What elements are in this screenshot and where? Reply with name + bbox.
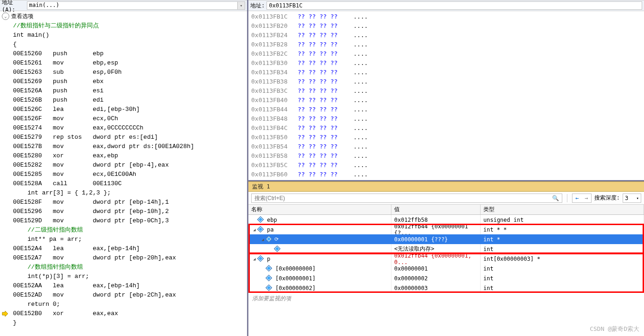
expander-icon[interactable] (260, 266, 266, 271)
disasm-line[interactable]: int(*p)[3] = arr; (13, 272, 245, 281)
watch-cell-name[interactable]: ◢⟳ (248, 234, 391, 244)
memory-row[interactable]: 0x0113FB24?? ?? ?? ??.... (251, 31, 641, 40)
disasm-line[interactable]: 00E15274 mov eax,0CCCCCCCCh (13, 123, 245, 133)
watch-cell-type[interactable]: int[0x00000003] * (481, 254, 644, 264)
disasm-line[interactable]: 00E15263 sub esp,0F0h (13, 68, 245, 77)
disasm-line[interactable]: } (13, 318, 245, 328)
watch-cell-type[interactable]: int * (481, 234, 644, 244)
chevron-down-icon[interactable]: ▾ (238, 1, 245, 10)
col-header-value[interactable]: 值 (391, 205, 481, 214)
watch-cell-name[interactable]: [0x00000001] (248, 273, 391, 283)
memory-row[interactable]: 0x0113FB3C?? ?? ?? ??.... (251, 86, 641, 96)
disasm-address-value[interactable]: main(...) (27, 1, 238, 10)
disasm-line[interactable]: 00E15269 push ebx (13, 77, 245, 86)
view-options-toggle[interactable]: ⌄ (2, 13, 9, 20)
watch-cell-type[interactable]: int (481, 273, 644, 283)
col-header-name[interactable]: 名称 (248, 205, 391, 214)
watch-cell-name[interactable]: ◢pa (248, 225, 391, 234)
memory-row[interactable]: 0x0113FB5C?? ?? ?? ??.... (251, 161, 641, 170)
view-options-label[interactable]: 查看选项 (11, 13, 33, 20)
expander-icon[interactable]: ◢ (251, 227, 258, 233)
watch-cell-type[interactable]: int (481, 283, 644, 293)
disasm-line[interactable]: 00E15296 mov dword ptr [ebp-10h],2 (13, 207, 245, 216)
disasm-line[interactable]: //数组指针指向数组 (13, 263, 245, 272)
disasm-line[interactable]: int main() (13, 31, 245, 40)
memory-row[interactable]: 0x0113FB50?? ?? ?? ??.... (251, 133, 641, 142)
col-header-type[interactable]: 类型 (481, 205, 644, 214)
expander-icon[interactable] (260, 285, 266, 291)
watch-cell-name[interactable] (248, 244, 391, 254)
disasm-line[interactable]: 00E1529D mov dword ptr [ebp-0Ch],3 (13, 216, 245, 226)
watch-cell-name[interactable]: [0x00000002] (248, 283, 391, 293)
watch-cell-value[interactable]: 0x00000001 (391, 264, 481, 273)
search-next-button[interactable]: → (582, 194, 591, 202)
expander-icon[interactable]: ◢ (251, 256, 258, 262)
watch-row[interactable]: [0x00000000]0x00000001int (248, 264, 644, 273)
watch-row[interactable]: [0x00000002]0x00000003int (248, 283, 644, 293)
watch-search-input[interactable] (254, 194, 552, 202)
disasm-line[interactable]: 00E1526C lea edi,[ebp-30h] (13, 105, 245, 114)
expander-icon[interactable] (268, 246, 274, 252)
memory-row[interactable]: 0x0113FB60?? ?? ?? ??.... (251, 170, 641, 179)
disasm-line[interactable]: 00E1526F mov ecx,0Ch (13, 114, 245, 123)
watch-cell-value[interactable]: 0x00000003 (391, 283, 481, 293)
search-prev-button[interactable]: ← (572, 194, 582, 202)
memory-row[interactable]: 0x0113FB58?? ?? ?? ??.... (251, 151, 641, 161)
memory-row[interactable]: 0x0113FB40?? ?? ?? ??.... (251, 96, 641, 105)
disasm-line[interactable]: 00E15261 mov ebp,esp (13, 58, 245, 68)
disasm-line[interactable]: 00E152A7 mov dword ptr [ebp-20h],eax (13, 253, 245, 263)
disasm-line[interactable]: int arr[3] = { 1,2,3 }; (13, 188, 245, 198)
search-depth-select[interactable]: 3 ▾ (623, 194, 641, 203)
watch-row[interactable]: [0x00000001]0x00000002int (248, 273, 644, 283)
disasm-line[interactable]: { (13, 40, 245, 49)
expander-icon[interactable]: ◢ (260, 237, 266, 242)
disassembly-listing[interactable]: //数组指针与二级指针的异同点int main(){00E15260 push … (0, 21, 247, 336)
memory-dump[interactable]: 0x0113FB1C?? ?? ?? ??....0x0113FB20?? ??… (248, 11, 644, 180)
disasm-line[interactable]: //数组指针与二级指针的异同点 (13, 21, 245, 31)
watch-cell-name[interactable]: ◢p (248, 254, 391, 264)
disasm-line[interactable]: 00E1526A push esi (13, 86, 245, 96)
disasm-line[interactable]: 00E152B0 xor eax,eax (13, 309, 245, 318)
memory-row[interactable]: 0x0113FB2C?? ?? ?? ??.... (251, 49, 641, 58)
disasm-line[interactable]: 00E1528A call 00E1130C (13, 179, 245, 188)
memory-row[interactable]: 0x0113FB34?? ?? ?? ??.... (251, 68, 641, 77)
watch-cell-type[interactable]: int (481, 264, 644, 273)
disasm-line[interactable]: 00E15279 rep stos dword ptr es:[edi] (13, 133, 245, 142)
watch-cell-type[interactable]: unsigned int (481, 215, 644, 225)
disasm-line[interactable]: 00E15260 push ebp (13, 49, 245, 58)
disasm-address-combo[interactable]: main(...) ▾ (27, 1, 245, 10)
disasm-line[interactable]: 00E152AD mov dword ptr [ebp-2Ch],eax (13, 291, 245, 300)
disasm-line[interactable]: 00E1528F mov dword ptr [ebp-14h],1 (13, 198, 245, 207)
disasm-line[interactable]: 00E15285 mov ecx,0E1C00Ah (13, 170, 245, 179)
watch-cell-name[interactable]: ebp (248, 215, 391, 225)
watch-row[interactable]: ◢p0x012ffb44 {0x00000001, 0...int[0x0000… (248, 254, 644, 264)
watch-cell-name[interactable]: [0x00000000] (248, 264, 391, 273)
watch-cell-value[interactable]: 0x00000001 {???} (391, 234, 481, 244)
disasm-line[interactable]: return 0; (13, 300, 245, 309)
memory-row[interactable]: 0x0113FB4C?? ?? ?? ??.... (251, 123, 641, 133)
memory-row[interactable]: 0x0113FB1C?? ?? ?? ??.... (251, 12, 641, 21)
watch-cell-value[interactable]: 0x00000002 (391, 273, 481, 283)
watch-cell-value[interactable]: 0x012ffb44 {0x00000001 {?... (391, 225, 481, 234)
disasm-line[interactable]: //二级指针指向数组 (13, 226, 245, 235)
disasm-line[interactable]: 00E1527B mov eax,dword ptr ds:[00E1A028h… (13, 142, 245, 151)
disasm-line[interactable]: 00E15280 xor eax,ebp (13, 151, 245, 161)
search-icon[interactable]: 🔍 (552, 194, 560, 202)
disasm-line[interactable]: int** pa = arr; (13, 235, 245, 244)
watch-cell-type[interactable]: int * * (481, 225, 644, 234)
watch-cell-type[interactable]: int (481, 244, 644, 254)
watch-search-box[interactable]: 🔍 (251, 194, 562, 203)
watch-add-item[interactable]: 添加要监视的项 (248, 293, 644, 304)
expander-icon[interactable] (260, 276, 266, 281)
disasm-line[interactable]: 00E152A4 lea eax,[ebp-14h] (13, 244, 245, 253)
disasm-line[interactable]: 00E1526B push edi (13, 96, 245, 105)
memory-row[interactable]: 0x0113FB44?? ?? ?? ??.... (251, 105, 641, 114)
memory-row[interactable]: 0x0113FB48?? ?? ?? ??.... (251, 114, 641, 123)
disasm-line[interactable]: 00E15282 mov dword ptr [ebp-4],eax (13, 161, 245, 170)
memory-row[interactable]: 0x0113FB54?? ?? ?? ??.... (251, 142, 641, 151)
expander-icon[interactable] (251, 217, 258, 223)
refresh-icon[interactable]: ⟳ (274, 236, 279, 242)
memory-row[interactable]: 0x0113FB30?? ?? ?? ??.... (251, 58, 641, 68)
watch-row[interactable]: ◢⟳0x00000001 {???}int * (248, 234, 644, 244)
memory-row[interactable]: 0x0113FB20?? ?? ?? ??.... (251, 21, 641, 31)
